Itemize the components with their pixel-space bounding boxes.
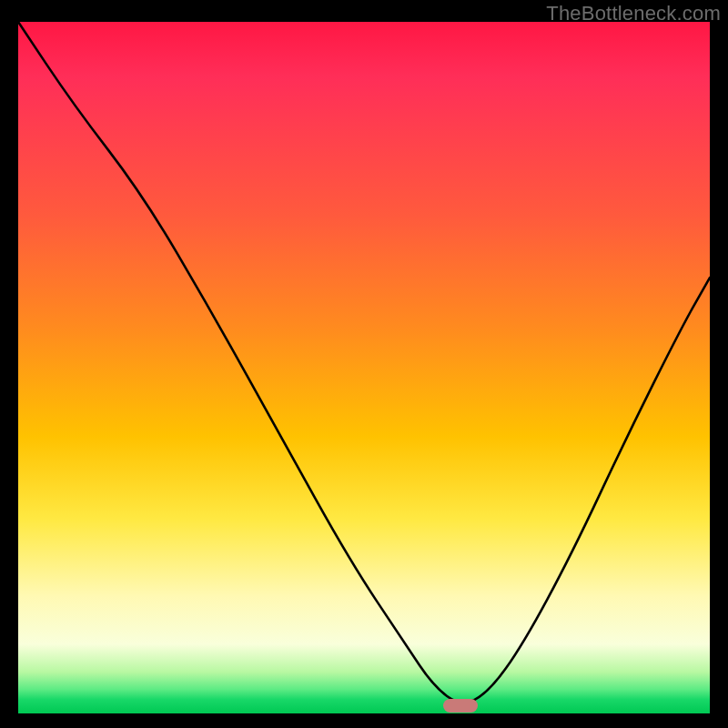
optimal-point-marker bbox=[443, 699, 478, 713]
chart-frame bbox=[18, 22, 710, 713]
watermark-text: TheBottleneck.com bbox=[546, 2, 721, 25]
chart-curve-svg bbox=[18, 22, 710, 713]
bottleneck-curve-path bbox=[18, 22, 710, 703]
